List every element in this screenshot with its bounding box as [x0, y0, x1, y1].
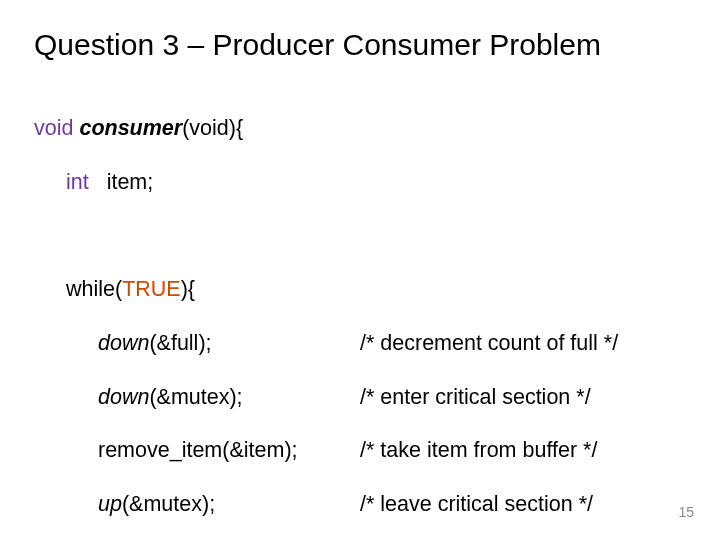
call-down-mutex: down	[98, 385, 149, 409]
while-pre: while(	[66, 277, 122, 301]
args-down-mutex: (&mutex);	[149, 385, 242, 409]
args-remove-item: (&item);	[222, 438, 297, 462]
call-remove-item: remove_item	[98, 438, 222, 462]
decl-item: item;	[89, 170, 154, 194]
true-literal: TRUE	[122, 277, 181, 301]
slide: Question 3 – Producer Consumer Problem v…	[0, 0, 720, 540]
comment-0: /* decrement count of full */	[360, 330, 618, 357]
args-up-mutex: (&mutex);	[122, 492, 215, 516]
function-name: consumer	[79, 116, 182, 140]
comment-2: /* take item from buffer */	[360, 437, 597, 464]
comment-3: /* leave critical section */	[360, 491, 593, 518]
keyword-int: int	[66, 170, 89, 194]
while-post: ){	[181, 277, 195, 301]
args-down-full: (&full);	[149, 331, 211, 355]
call-down-full: down	[98, 331, 149, 355]
args: (void){	[182, 116, 243, 140]
code-block: void consumer(void){ int item; while(TRU…	[34, 88, 686, 540]
call-up-mutex: up	[98, 492, 122, 516]
keyword-void: void	[34, 116, 73, 140]
slide-title: Question 3 – Producer Consumer Problem	[34, 28, 686, 62]
page-number: 15	[678, 504, 694, 520]
comment-1: /* enter critical section */	[360, 384, 591, 411]
